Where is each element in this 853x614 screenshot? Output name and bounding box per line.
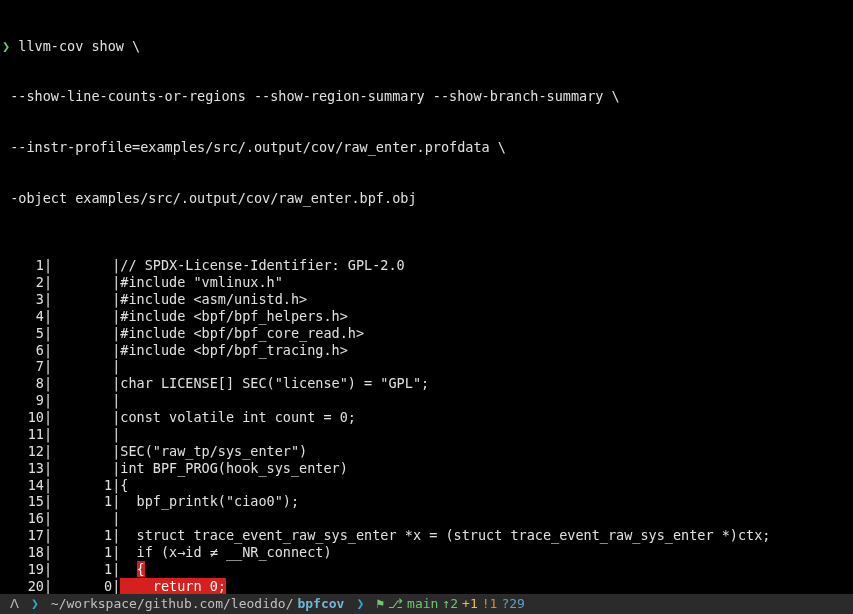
- line-number: 10: [0, 409, 44, 426]
- coverage-line: 12||SEC("raw_tp/sys_enter"): [0, 443, 853, 460]
- line-number: 14: [0, 477, 44, 494]
- coverage-line: 16||: [0, 510, 853, 527]
- exec-count: 1: [52, 477, 112, 494]
- line-number: 2: [0, 274, 44, 291]
- command-cont-2: --instr-profile=examples/src/.output/cov…: [0, 139, 853, 156]
- source-text: if (x→id ≠ __NR_connect): [120, 544, 331, 560]
- exec-count: 1: [52, 544, 112, 561]
- line-number: 5: [0, 325, 44, 342]
- source-text: #include <bpf/bpf_helpers.h>: [120, 308, 348, 324]
- terminal-output: ❯ llvm-cov show \ --show-line-counts-or-…: [0, 0, 853, 614]
- source-text: struct trace_event_raw_sys_enter *x = (s…: [120, 527, 770, 543]
- git-branch-name: main: [407, 596, 438, 612]
- coverage-line: 17|1| struct trace_event_raw_sys_enter *…: [0, 527, 853, 544]
- coverage-listing: 1||// SPDX-License-Identifier: GPL-2.02|…: [0, 257, 853, 614]
- source-text: #include <asm/unistd.h>: [120, 291, 307, 307]
- statusbar-caret-icon: ❯: [25, 596, 45, 612]
- line-number: 20: [0, 578, 44, 595]
- uncovered-region: return 0;: [120, 578, 226, 594]
- coverage-line: 7||: [0, 358, 853, 375]
- command-cont-3: -object examples/src/.output/cov/raw_ent…: [0, 190, 853, 207]
- source-text: #include <bpf/bpf_tracing.h>: [120, 342, 348, 358]
- statusbar-path: ~/workspace/github.com/leodido/bpfcov: [45, 596, 351, 612]
- line-number: 19: [0, 561, 44, 578]
- prompt-caret: ❯: [2, 38, 10, 54]
- statusbar-arrow-icon: ᐱ: [4, 596, 25, 612]
- coverage-line: 20|0| return 0;: [0, 578, 853, 595]
- coverage-line: 14|1|{: [0, 477, 853, 494]
- source-text: SEC("raw_tp/sys_enter"): [120, 443, 307, 459]
- source-text: bpf_printk("ciao0");: [120, 493, 299, 509]
- command-line: ❯ llvm-cov show \: [0, 38, 853, 55]
- line-number: 13: [0, 460, 44, 477]
- coverage-line: 10||const volatile int count = 0;: [0, 409, 853, 426]
- statusbar-caret2-icon: ❯: [350, 596, 370, 612]
- coverage-line: 5||#include <bpf/bpf_core_read.h>: [0, 325, 853, 342]
- coverage-line: 13||int BPF_PROG(hook_sys_enter): [0, 460, 853, 477]
- line-number: 9: [0, 392, 44, 409]
- status-bar: ᐱ ❯ ~/workspace/github.com/leodido/bpfco…: [0, 594, 853, 614]
- line-number: 8: [0, 375, 44, 392]
- command-cont-1: --show-line-counts-or-regions --show-reg…: [0, 88, 853, 105]
- git-modified: !1: [482, 596, 498, 612]
- coverage-line: 3||#include <asm/unistd.h>: [0, 291, 853, 308]
- line-number: 12: [0, 443, 44, 460]
- line-number: 11: [0, 426, 44, 443]
- git-untracked: ?29: [501, 596, 524, 612]
- coverage-line: 8||char LICENSE[] SEC("license") = "GPL"…: [0, 375, 853, 392]
- coverage-line: 19|1| {: [0, 561, 853, 578]
- line-number: 18: [0, 544, 44, 561]
- source-text: #include <bpf/bpf_core_read.h>: [120, 325, 364, 341]
- exec-count: 1: [52, 561, 112, 578]
- git-flag-icon: ⚑: [376, 596, 384, 612]
- coverage-line: 2||#include "vmlinux.h": [0, 274, 853, 291]
- line-number: 1: [0, 257, 44, 274]
- coverage-line: 11||: [0, 426, 853, 443]
- source-text: // SPDX-License-Identifier: GPL-2.0: [120, 257, 404, 273]
- line-number: 3: [0, 291, 44, 308]
- coverage-line: 4||#include <bpf/bpf_helpers.h>: [0, 308, 853, 325]
- git-branch-icon: ⎇: [388, 596, 403, 612]
- uncovered-region: {: [137, 561, 145, 577]
- line-number: 7: [0, 358, 44, 375]
- exec-count: 1: [52, 493, 112, 510]
- coverage-line: 6||#include <bpf/bpf_tracing.h>: [0, 342, 853, 359]
- line-number: 17: [0, 527, 44, 544]
- line-number: 6: [0, 342, 44, 359]
- source-text: #include "vmlinux.h": [120, 274, 283, 290]
- source-text: [120, 561, 136, 577]
- coverage-line: 1||// SPDX-License-Identifier: GPL-2.0: [0, 257, 853, 274]
- line-number: 4: [0, 308, 44, 325]
- exec-count: 0: [52, 578, 112, 595]
- source-text: const volatile int count = 0;: [120, 409, 356, 425]
- git-ahead: ↑2: [442, 596, 458, 612]
- exec-count: 1: [52, 527, 112, 544]
- source-text: int BPF_PROG(hook_sys_enter): [120, 460, 348, 476]
- line-number: 15: [0, 493, 44, 510]
- coverage-line: 18|1| if (x→id ≠ __NR_connect): [0, 544, 853, 561]
- line-number: 16: [0, 510, 44, 527]
- statusbar-git: ⚑ ⎇ main ↑2 +1 !1 ?29: [370, 596, 531, 612]
- coverage-line: 15|1| bpf_printk("ciao0");: [0, 493, 853, 510]
- cmd-text-0: llvm-cov show \: [18, 38, 140, 54]
- git-staged: +1: [462, 596, 478, 612]
- source-text: {: [120, 477, 128, 493]
- coverage-line: 9||: [0, 392, 853, 409]
- source-text: char LICENSE[] SEC("license") = "GPL";: [120, 375, 429, 391]
